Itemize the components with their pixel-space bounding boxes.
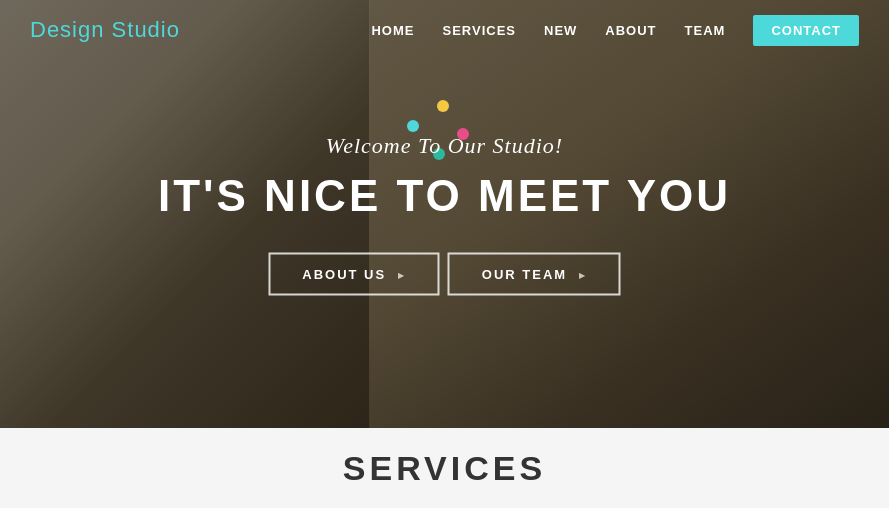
nav-item-about[interactable]: ABOUT bbox=[605, 21, 656, 39]
nav-item-services[interactable]: SERVICES bbox=[442, 21, 516, 39]
nav-link-team[interactable]: TEAM bbox=[685, 23, 726, 38]
services-title: SERVICES bbox=[343, 449, 546, 488]
arrow-icon-2: ▸ bbox=[579, 269, 587, 282]
arrow-icon: ▸ bbox=[398, 269, 406, 282]
our-team-button[interactable]: OUR TEAM ▸ bbox=[448, 253, 621, 296]
nav-item-new[interactable]: NEW bbox=[544, 21, 577, 39]
nav-item-home[interactable]: HOME bbox=[371, 21, 414, 39]
services-section: SERVICES bbox=[0, 428, 889, 508]
nav-item-team[interactable]: TEAM bbox=[685, 21, 726, 39]
about-us-button[interactable]: ABOUT US ▸ bbox=[268, 253, 440, 296]
dot-cyan bbox=[407, 120, 419, 132]
nav-link-about[interactable]: ABOUT bbox=[605, 23, 656, 38]
hero-title: IT'S NICE TO MEET YOU bbox=[20, 171, 869, 221]
nav-link-new[interactable]: NEW bbox=[544, 23, 577, 38]
brand-logo[interactable]: Design Studio bbox=[30, 17, 180, 43]
hero-content: Welcome To Our Studio! IT'S NICE TO MEET… bbox=[0, 133, 889, 296]
hero-buttons: ABOUT US ▸ OUR TEAM ▸ bbox=[20, 253, 869, 296]
navbar: Design Studio HOME SERVICES NEW ABOUT TE… bbox=[0, 0, 889, 60]
hero-subtitle: Welcome To Our Studio! bbox=[20, 133, 869, 159]
nav-link-home[interactable]: HOME bbox=[371, 23, 414, 38]
nav-link-contact[interactable]: CONTACT bbox=[753, 15, 859, 46]
hero-section: Design Studio HOME SERVICES NEW ABOUT TE… bbox=[0, 0, 889, 428]
dot-yellow bbox=[437, 100, 449, 112]
nav-link-services[interactable]: SERVICES bbox=[442, 23, 516, 38]
nav-links: HOME SERVICES NEW ABOUT TEAM CONTACT bbox=[371, 21, 859, 39]
nav-item-contact[interactable]: CONTACT bbox=[753, 21, 859, 39]
